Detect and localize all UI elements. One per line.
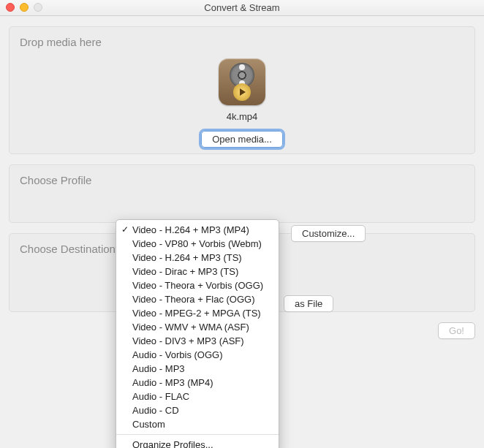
menu-separator	[116, 434, 279, 435]
media-file-icon	[219, 58, 265, 105]
zoom-window-button[interactable]	[34, 3, 42, 12]
profile-option[interactable]: Video - H.264 + MP3 (TS)	[116, 251, 279, 265]
profile-option[interactable]: Video - H.264 + MP3 (MP4)	[116, 223, 279, 237]
open-media-button[interactable]: Open media...	[201, 131, 283, 148]
minimize-window-button[interactable]	[20, 3, 29, 12]
window-title: Convert & Stream	[204, 2, 279, 13]
profile-option[interactable]: Video - Dirac + MP3 (TS)	[116, 265, 279, 278]
go-button[interactable]: Go!	[438, 322, 475, 339]
drop-media-panel[interactable]: Drop media here 4k.mp4 Open media...	[9, 26, 475, 154]
dropped-filename: 4k.mp4	[20, 111, 464, 122]
profile-option[interactable]: Video - Theora + Vorbis (OGG)	[116, 278, 279, 292]
profile-option[interactable]: Audio - Vorbis (OGG)	[116, 348, 279, 362]
profile-dropdown-menu[interactable]: Video - H.264 + MP3 (MP4)Video - VP80 + …	[116, 219, 279, 448]
drop-heading: Drop media here	[20, 36, 464, 48]
traffic-lights	[6, 3, 42, 12]
save-as-file-button[interactable]: as File	[284, 295, 333, 312]
profile-heading: Choose Profile	[20, 174, 464, 186]
close-window-button[interactable]	[6, 3, 15, 12]
profile-option[interactable]: Audio - FLAC	[116, 390, 279, 403]
profile-option[interactable]: Video - DIV3 + MP3 (ASF)	[116, 334, 279, 348]
profile-option[interactable]: Audio - CD	[116, 403, 279, 417]
profile-option[interactable]: Custom	[116, 417, 279, 431]
profile-option[interactable]: Audio - MP3 (MP4)	[116, 376, 279, 390]
profile-option[interactable]: Video - Theora + Flac (OGG)	[116, 292, 279, 306]
customize-button[interactable]: Customize...	[291, 225, 366, 242]
window-titlebar: Convert & Stream	[0, 0, 484, 16]
profile-option[interactable]: Video - WMV + WMA (ASF)	[116, 320, 279, 334]
profile-option[interactable]: Video - MPEG-2 + MPGA (TS)	[116, 306, 279, 320]
profile-option[interactable]: Video - VP80 + Vorbis (Webm)	[116, 237, 279, 251]
choose-profile-panel: Choose Profile	[9, 164, 475, 223]
organize-profiles-item[interactable]: Organize Profiles...	[116, 438, 279, 448]
profile-option[interactable]: Audio - MP3	[116, 362, 279, 376]
